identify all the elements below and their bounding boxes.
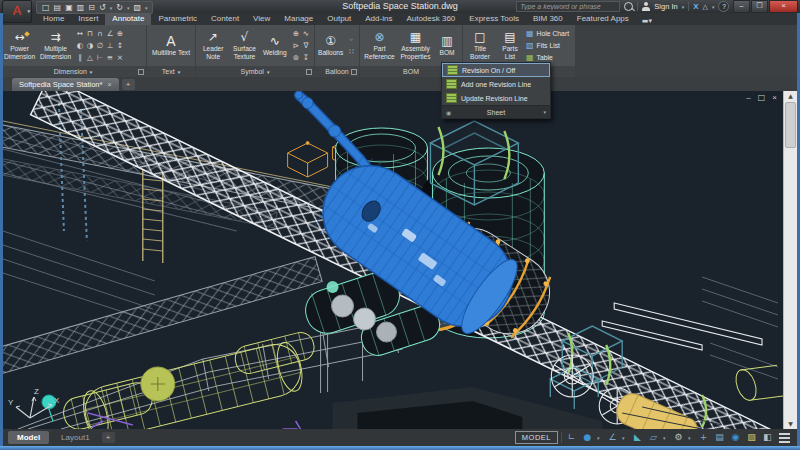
welding-button[interactable]: ∿ Welding [262,35,288,56]
multiline-text-button[interactable]: A Multiline Text [151,35,191,56]
assembly-properties-button[interactable]: ▦ Assembly Properties [399,31,432,60]
dim-tool-icon[interactable]: ⊢ [95,52,105,64]
tab-autodesk-360[interactable]: Autodesk 360 [399,13,462,25]
dialog-launcher-icon[interactable] [306,69,312,75]
balloons-button[interactable]: ① Balloons [318,35,343,56]
file-tab-active[interactable]: Softpedia Space Station* × [12,78,119,91]
maximize-button[interactable]: □ [751,0,768,13]
dialog-launcher-icon[interactable] [351,69,357,75]
chevron-down-icon[interactable]: ▾ [663,435,669,441]
dim-tool-icon[interactable]: ⊓ [85,28,95,40]
menu-item-update-revision-line[interactable]: Update Revision Line [442,91,550,105]
dim-tool-icon[interactable]: ≡ [105,52,115,64]
symbol-tool-icon[interactable]: ∇ [301,40,311,52]
balloon-tool-icon[interactable]: ∷ [346,46,356,58]
tab-parametric[interactable]: Parametric [151,13,204,25]
dim-tool-icon[interactable]: ↔ [75,28,85,40]
chevron-down-icon[interactable]: ▾ [597,435,603,441]
panel-label-dimension[interactable]: Dimension ▾ [0,66,146,77]
layout1-tab[interactable]: Layout1 [52,431,98,444]
tab-output[interactable]: Output [320,13,358,25]
parts-list-button[interactable]: ▤ Parts List [497,31,523,60]
graphics-performance-icon[interactable]: ◉ [729,430,742,445]
chevron-down-icon[interactable]: ▾ [622,435,628,441]
isodraft-icon[interactable]: ◣ [631,430,644,445]
symbol-tool-icon[interactable]: ∿ [301,28,311,40]
balloon-tool-icon[interactable]: ◦ [346,34,356,46]
snap-mode-icon[interactable]: ∟ [565,430,578,445]
plot-icon[interactable]: ⊟ [88,3,95,13]
clean-screen-icon[interactable]: ▨ [745,430,758,445]
scroll-down-icon[interactable]: ▼ [788,419,793,429]
search-icon[interactable] [624,2,633,11]
tab-view[interactable]: View [246,13,277,25]
tab-featured-apps[interactable]: Featured Apps [570,13,636,25]
swap-ui-icon[interactable]: ◧ [761,430,774,445]
file-tab-close-icon[interactable]: × [107,78,111,91]
model-space-button[interactable]: MODEL [515,431,558,444]
app-menu-button[interactable]: A ▾ [2,0,32,23]
menu-item-add-revision-line[interactable]: Add one Revision Line [442,77,550,91]
dim-tool-icon[interactable]: ∠ [105,28,115,40]
redo-icon[interactable]: ↻ [116,3,123,13]
ribbon-display-toggle-icon[interactable]: ▬▾ [636,17,658,25]
dim-tool-icon[interactable]: ◐ [75,40,85,52]
dim-tool-icon[interactable]: ∥ [75,52,85,64]
workspace-switch-icon[interactable]: ⚙ [672,430,685,445]
crosshair-tray-icon[interactable]: + [697,430,710,445]
close-button[interactable]: × [769,0,798,13]
scroll-up-icon[interactable]: ▲ [788,91,793,101]
a360-dropdown-icon[interactable]: ▾ [712,4,715,10]
symbol-tool-icon[interactable]: ⊳ [291,40,301,52]
hole-chart-button[interactable]: ▦ Hole Chart [526,28,569,39]
sign-in-dropdown-icon[interactable]: ▾ [682,4,685,10]
tab-insert[interactable]: Insert [71,13,105,25]
new-drawing-tab-button[interactable]: + [122,79,135,90]
help-icon[interactable]: ? [718,1,729,12]
customization-menu-icon[interactable] [779,433,790,443]
dim-tool-icon[interactable]: ⊕ [115,28,125,40]
part-reference-button[interactable]: ⊗ Part Reference [363,31,396,60]
dynamic-ucs-icon[interactable]: ● [581,430,594,445]
qat-customize-icon[interactable]: ▾ [145,5,148,11]
power-dimension-button[interactable]: ↔ Power Dimension [3,31,36,60]
tab-content[interactable]: Content [204,13,246,25]
chevron-down-icon[interactable]: ▾ [688,435,694,441]
dim-tool-icon[interactable]: ∅ [95,40,105,52]
title-border-button[interactable]: □ Title Border [466,31,494,60]
pin-icon[interactable]: ◉ [446,109,451,116]
redo-dropdown-icon[interactable]: ▾ [127,5,130,11]
search-input[interactable] [516,1,620,12]
multiple-dimension-button[interactable]: ⇉ Multiple Dimension [39,31,72,60]
dim-tool-icon[interactable]: ↕ [115,40,125,52]
sheet-panel-footer[interactable]: ◉ Sheet ▾ [442,105,550,118]
dim-tool-icon[interactable]: ◑ [85,40,95,52]
tab-manage[interactable]: Manage [277,13,320,25]
scrollbar-thumb[interactable] [785,102,796,148]
fits-list-button[interactable]: ▧ Fits List [526,40,569,51]
dim-tool-icon[interactable]: ⊥ [105,40,115,52]
cloud-icon[interactable]: ▧ [133,3,141,13]
exchange-apps-icon[interactable]: X [693,2,698,11]
dim-tool-icon[interactable]: ∩ [95,28,105,40]
dialog-launcher-icon[interactable] [138,69,144,75]
bom-button[interactable]: ▥ BOM [435,35,459,56]
ortho-polar-icon[interactable]: ∠ [606,430,619,445]
drawing-canvas[interactable]: Z Y X [3,91,783,429]
symbol-tool-icon[interactable]: ⊕ [291,28,301,40]
object-isolate-icon[interactable]: ▤ [713,430,726,445]
annotation-scale-icon[interactable]: ▱ [647,430,660,445]
model-tab[interactable]: Model [8,431,49,444]
viewport-close-button[interactable]: × [772,93,777,102]
minimize-button[interactable]: – [733,0,750,13]
tab-express-tools[interactable]: Express Tools [462,13,526,25]
dim-tool-icon[interactable]: △ [85,52,95,64]
new-layout-button[interactable]: + [102,432,115,443]
tab-bim-360[interactable]: BIM 360 [526,13,570,25]
a360-icon[interactable]: △ [703,3,708,11]
sign-in-button[interactable]: Sign In [654,2,677,11]
menu-item-revision-on-off[interactable]: Revision On / Off [442,63,550,77]
symbol-tool-icon[interactable]: ⊚ [291,52,301,64]
tab-home[interactable]: Home [36,13,71,25]
save-icon[interactable]: ▣ [65,3,73,13]
